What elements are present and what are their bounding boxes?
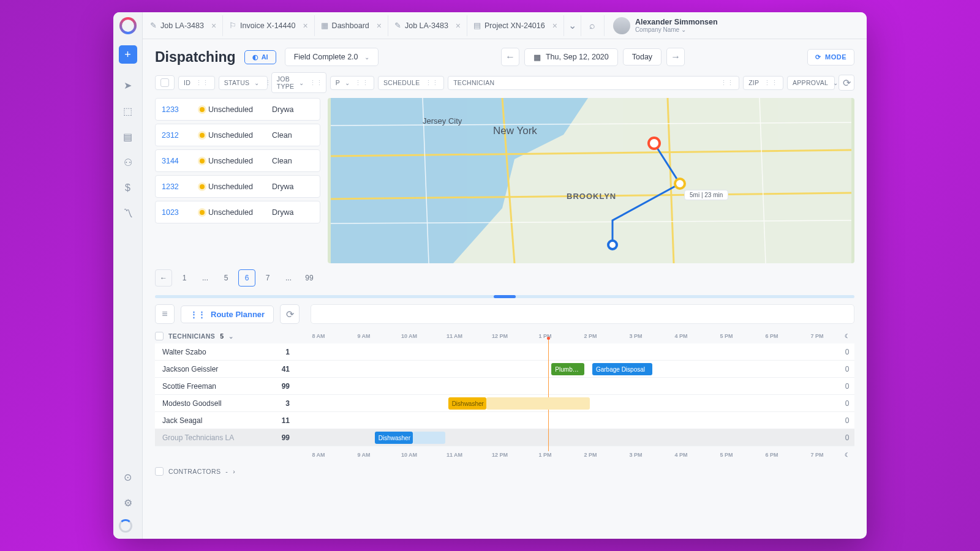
contractors-count: - [225, 468, 228, 475]
nav-reports-icon[interactable]: 〽 [119, 204, 137, 223]
planner-refresh[interactable]: ⟳ [280, 304, 300, 324]
close-icon[interactable]: × [377, 21, 382, 31]
nav-settings-icon[interactable]: ⚙ [119, 493, 137, 512]
close-icon[interactable]: × [211, 21, 216, 31]
timeline-slot[interactable]: Dishwasher [448, 397, 486, 410]
nav-headset-icon[interactable]: ⊙ [119, 468, 137, 486]
time-header: TECHNICIANS 5 ⌄ 8 AM9 AM10 AM11 AM12 PM1… [155, 329, 854, 343]
tech-slots [296, 412, 840, 429]
pager-prev[interactable]: ← [155, 269, 172, 287]
columns-refresh[interactable]: ⟳ [839, 75, 854, 91]
tab[interactable]: ⚐Invoice X-14440× [223, 15, 315, 36]
tabs-dropdown[interactable]: ⌄ [564, 15, 581, 36]
page-btn[interactable]: 6 [238, 269, 255, 287]
job-row[interactable]: 3144UnscheduledClean [155, 149, 320, 172]
tab[interactable]: ✎Job LA-3483× [144, 15, 223, 36]
nav-projects-icon[interactable]: ▤ [119, 127, 137, 146]
moon-icon[interactable]: ☾ [840, 333, 854, 339]
tech-row[interactable]: Group Technicians LA99Dishwasher0 [155, 429, 854, 446]
split-divider[interactable] [155, 295, 854, 298]
page-btn[interactable]: 1 [176, 269, 193, 287]
tab[interactable]: ✎Job LA-3483× [388, 15, 467, 36]
timeline-slot[interactable] [413, 432, 445, 444]
list-view-button[interactable]: ≡ [155, 304, 175, 324]
split-handle[interactable] [494, 295, 516, 298]
col-schedule[interactable]: SCHEDULE⋮⋮ [378, 76, 444, 90]
hour-label: 10 AM [386, 333, 432, 339]
tech-row[interactable]: Modesto Goodsell3Dishwasher0 [155, 395, 854, 412]
timeline-slot[interactable]: Plumb… [551, 363, 584, 375]
job-row[interactable]: 2312UnscheduledClean [155, 124, 320, 146]
timeline-slot[interactable]: Dishwasher [375, 432, 413, 444]
user-menu[interactable]: Alexander Simmonsen Company Name ⌄ [605, 17, 726, 34]
tech-right: 0 [840, 416, 854, 425]
search-button[interactable]: ⌕ [581, 15, 605, 36]
page-btn[interactable]: 7 [259, 269, 276, 287]
contractors-label: CONTRACTORS [168, 468, 221, 475]
svg-point-2 [649, 138, 660, 149]
job-id: 2312 [156, 131, 200, 140]
date-picker[interactable]: ▦ Thu, Sep 12, 2020 [524, 48, 618, 66]
timeline-slot[interactable] [486, 397, 590, 410]
nav-map-icon[interactable]: ⬚ [119, 102, 137, 120]
tech-slots: Dishwasher [296, 395, 840, 411]
tech-count: 5 [220, 332, 224, 340]
tab[interactable]: ▦Dashboard× [315, 15, 388, 36]
tech-row[interactable]: Jackson Geissler41Plumb…Garbage Disposal… [155, 361, 854, 378]
moon-icon[interactable]: ☾ [840, 452, 854, 458]
page-btn[interactable]: 5 [217, 269, 235, 287]
col-status[interactable]: STATUS⌄⋮⋮ [219, 76, 268, 90]
col-p[interactable]: P⌄⋮⋮ [330, 76, 374, 90]
today-button[interactable]: Today [623, 48, 662, 66]
col-approval[interactable]: APPROVAL⌄⋮⋮ [787, 76, 835, 90]
tech-right: 0 [840, 399, 854, 408]
mode-button[interactable]: ⟳ MODE [807, 49, 854, 66]
date-prev[interactable]: ← [501, 48, 519, 66]
tech-name: Group Technicians LA [155, 433, 274, 442]
date-next[interactable]: → [666, 48, 685, 66]
workspace-select[interactable]: Field Complete 2.0 ⌄ [285, 48, 379, 66]
chevron-down-icon[interactable]: ⌄ [228, 333, 233, 340]
ai-button[interactable]: ◐ AI [244, 50, 276, 64]
close-icon[interactable]: × [456, 21, 461, 31]
col-id[interactable]: ID⋮⋮ [178, 76, 215, 90]
nav-send-icon[interactable]: ➤ [119, 76, 137, 94]
close-icon[interactable]: × [303, 21, 307, 31]
tech-row[interactable]: Scottie Freeman990 [155, 378, 854, 395]
contractors-row[interactable]: CONTRACTORS - › [143, 462, 867, 481]
tab-label: Project XN-24016 [484, 21, 545, 30]
job-row[interactable]: 1232UnscheduledDrywa [155, 175, 320, 198]
status-dot-icon [200, 210, 205, 215]
tech-row[interactable]: Jack Seagal110 [155, 412, 854, 429]
close-icon[interactable]: × [552, 21, 557, 31]
hour-label: 3 PM [613, 452, 658, 458]
nav-users-icon[interactable]: ⚇ [119, 153, 137, 171]
col-technician[interactable]: TECHNICIAN⋮⋮ [448, 76, 739, 90]
page-header: Dispatching ◐ AI Field Complete 2.0 ⌄ ← … [143, 39, 867, 72]
job-row[interactable]: 1233UnscheduledDrywa [155, 98, 320, 121]
page-btn[interactable]: ... [197, 269, 214, 287]
tab[interactable]: ▤Project XN-24016× [467, 15, 564, 36]
calendar-icon: ▦ [533, 53, 541, 62]
tech-right: 0 [840, 348, 854, 356]
page-btn[interactable]: ... [280, 269, 297, 287]
tech-row[interactable]: Walter Szabo10 [155, 343, 854, 361]
svg-point-3 [675, 179, 685, 189]
hour-label: 10 AM [386, 452, 432, 458]
job-status: Unscheduled [200, 131, 272, 140]
planner-bar: ≡ ⋮⋮ Route Planner ⟳ [143, 304, 867, 324]
job-id: 3144 [156, 157, 200, 165]
col-jobtype[interactable]: JOB TYPE⌄⋮⋮ [271, 72, 326, 93]
tech-checkbox[interactable] [155, 332, 164, 340]
job-row[interactable]: 1023UnscheduledDrywa [155, 201, 320, 223]
nav-money-icon[interactable]: $ [119, 179, 137, 197]
timeline-slot[interactable]: Garbage Disposal [592, 363, 652, 375]
contractors-checkbox[interactable] [155, 467, 164, 476]
route-planner-button[interactable]: ⋮⋮ Route Planner [181, 305, 274, 323]
page-btn[interactable]: 99 [301, 269, 318, 287]
add-button[interactable]: + [119, 45, 137, 64]
planner-search[interactable] [311, 304, 854, 324]
col-zip[interactable]: ZIP⋮⋮ [743, 76, 783, 90]
col-checkbox[interactable] [155, 75, 175, 90]
map-pane[interactable]: New York BROOKLYN Jersey City 5mi | 23 m… [328, 98, 854, 263]
